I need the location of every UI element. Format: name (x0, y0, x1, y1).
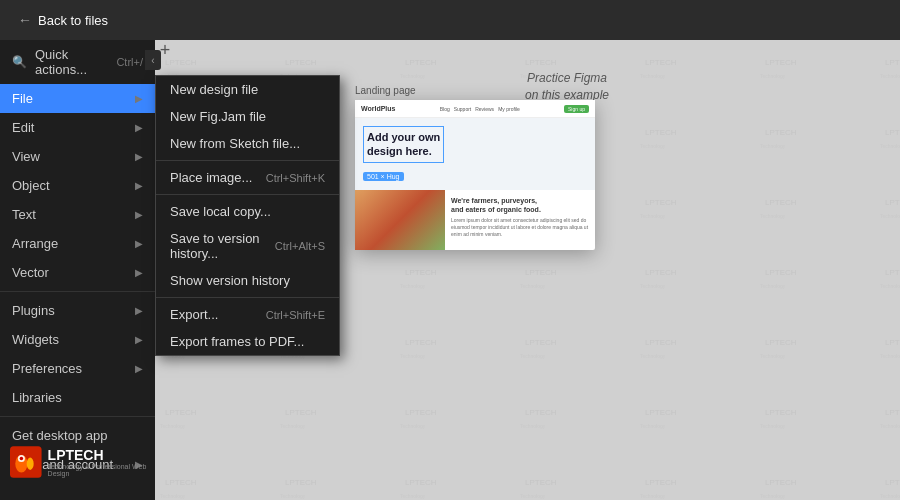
sidebar-item-file[interactable]: File ▶ (0, 84, 155, 113)
chevron-right-icon: ▶ (135, 334, 143, 345)
chevron-right-icon: ▶ (135, 363, 143, 374)
plus-icon: + (160, 40, 171, 61)
search-icon: 🔍 (12, 55, 27, 69)
preview-bottom-section: We're farmers, purveyors,and eaters of o… (355, 190, 595, 250)
preview-food-image (355, 190, 445, 250)
sidebar-item-edit[interactable]: Edit ▶ (0, 113, 155, 142)
arrange-menu-label: Arrange (12, 236, 135, 251)
svg-point-4 (20, 457, 24, 461)
quick-actions-shortcut: Ctrl+/ (116, 56, 143, 68)
sidebar-item-libraries[interactable]: Libraries (0, 383, 155, 412)
preview-nav-blog: Blog (440, 106, 450, 112)
preview-signup-btn: Sign up (564, 105, 589, 113)
sidebar-divider-2 (0, 416, 155, 417)
canvas-note: Practice Figma on this example (525, 70, 609, 104)
place-image-label: Place image... (170, 170, 252, 185)
edit-menu-label: Edit (12, 120, 135, 135)
left-sidebar: 🔍 Quick actions... Ctrl+/ File ▶ Edit ▶ … (0, 40, 155, 500)
widgets-menu-label: Widgets (12, 332, 135, 347)
export-frames-pdf-item[interactable]: Export frames to PDF... (156, 328, 339, 355)
preview-nav-reviews: Reviews (475, 106, 494, 112)
lptech-logo-icon (10, 444, 42, 480)
save-version-history-item[interactable]: Save to version history... Ctrl+Alt+S (156, 225, 339, 267)
top-toolbar: ← Back to files (0, 0, 900, 40)
save-local-copy-label: Save local copy... (170, 204, 271, 219)
export-label: Export... (170, 307, 218, 322)
sidebar-item-vector[interactable]: Vector ▶ (0, 258, 155, 287)
libraries-menu-label: Libraries (12, 390, 143, 405)
sidebar-divider-1 (0, 291, 155, 292)
preview-hero-text: Add your owndesign here. (363, 126, 444, 163)
logo-area: LPTECH Technology & Professional Web Des… (10, 444, 155, 480)
sidebar-item-text[interactable]: Text ▶ (0, 200, 155, 229)
show-version-history-item[interactable]: Show version history (156, 267, 339, 294)
desktop-app-label: Get desktop app (12, 428, 143, 443)
file-dropdown-menu: New design file New Fig.Jam file New fro… (155, 75, 340, 356)
save-local-copy-item[interactable]: Save local copy... (156, 198, 339, 225)
show-version-history-label: Show version history (170, 273, 290, 288)
sidebar-item-widgets[interactable]: Widgets ▶ (0, 325, 155, 354)
logo-tagline-label: Technology & Professional Web Design (48, 463, 155, 477)
sidebar-item-preferences[interactable]: Preferences ▶ (0, 354, 155, 383)
place-image-item[interactable]: Place image... Ctrl+Shift+K (156, 164, 339, 191)
chevron-right-icon: ▶ (135, 180, 143, 191)
sidebar-item-plugins[interactable]: Plugins ▶ (0, 296, 155, 325)
text-menu-label: Text (12, 207, 135, 222)
export-item[interactable]: Export... Ctrl+Shift+E (156, 301, 339, 328)
sidebar-item-arrange[interactable]: Arrange ▶ (0, 229, 155, 258)
preview-hero: Add your owndesign here. 501 × Hug (355, 118, 595, 190)
preview-text-heading: We're farmers, purveyors,and eaters of o… (451, 196, 589, 214)
preview-navbar: WorldPlus Blog Support Reviews My profil… (355, 100, 595, 118)
quick-actions-label: Quick actions... (35, 47, 108, 77)
svg-point-2 (27, 458, 34, 470)
chevron-right-icon: ▶ (135, 305, 143, 316)
plugins-menu-label: Plugins (12, 303, 135, 318)
preferences-menu-label: Preferences (12, 361, 135, 376)
design-preview-frame[interactable]: WorldPlus Blog Support Reviews My profil… (355, 100, 595, 250)
back-arrow-icon: ← (18, 12, 32, 28)
new-figjam-file-item[interactable]: New Fig.Jam file (156, 103, 339, 130)
sidebar-item-view[interactable]: View ▶ (0, 142, 155, 171)
dropdown-divider-1 (156, 160, 339, 161)
chevron-right-icon: ▶ (135, 93, 143, 104)
back-to-files-label: Back to files (38, 13, 108, 28)
logo-name-label: LPTECH (48, 447, 155, 463)
preview-logo: WorldPlus (361, 105, 395, 112)
preview-nav-support: Support (454, 106, 472, 112)
new-from-sketch-label: New from Sketch file... (170, 136, 300, 151)
vector-menu-label: Vector (12, 265, 135, 280)
frame-label-text: Landing page (355, 85, 416, 96)
logo-text: LPTECH Technology & Professional Web Des… (48, 447, 155, 477)
chevron-right-icon: ▶ (135, 267, 143, 278)
chevron-right-icon: ▶ (135, 151, 143, 162)
sidebar-toggle-button[interactable]: ‹ (145, 50, 161, 70)
new-from-sketch-item[interactable]: New from Sketch file... (156, 130, 339, 157)
chevron-left-icon: ‹ (151, 55, 154, 66)
view-menu-label: View (12, 149, 135, 164)
chevron-right-icon: ▶ (135, 238, 143, 249)
new-figjam-label: New Fig.Jam file (170, 109, 266, 124)
preview-text-block: We're farmers, purveyors,and eaters of o… (445, 190, 595, 250)
quick-actions-item[interactable]: 🔍 Quick actions... Ctrl+/ (0, 40, 155, 84)
preview-text-body: Lorem ipsum dolor sit amet consectetur a… (451, 217, 589, 238)
canvas-note-line1: Practice Figma (525, 70, 609, 87)
save-version-history-shortcut: Ctrl+Alt+S (275, 240, 325, 252)
preview-size-badge: 501 × Hug (363, 172, 404, 181)
chevron-right-icon: ▶ (135, 122, 143, 133)
new-design-file-item[interactable]: New design file (156, 76, 339, 103)
file-menu-label: File (12, 91, 135, 106)
object-menu-label: Object (12, 178, 135, 193)
export-shortcut: Ctrl+Shift+E (266, 309, 325, 321)
dropdown-divider-2 (156, 194, 339, 195)
preview-nav-myprofile: My profile (498, 106, 520, 112)
export-frames-pdf-label: Export frames to PDF... (170, 334, 304, 349)
new-design-file-label: New design file (170, 82, 258, 97)
back-to-files-button[interactable]: ← Back to files (10, 8, 116, 32)
preview-nav-links: Blog Support Reviews My profile (440, 106, 520, 112)
chevron-right-icon: ▶ (135, 209, 143, 220)
sidebar-item-object[interactable]: Object ▶ (0, 171, 155, 200)
frame-label: Landing page (355, 85, 416, 96)
save-version-history-label: Save to version history... (170, 231, 275, 261)
place-image-shortcut: Ctrl+Shift+K (266, 172, 325, 184)
dropdown-divider-3 (156, 297, 339, 298)
